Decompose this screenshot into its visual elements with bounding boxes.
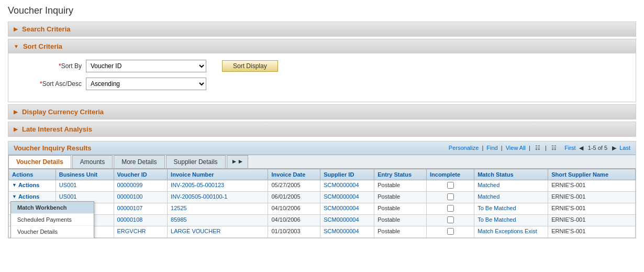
sort-criteria-body: *Sort By Voucher ID Business Unit Invoic… <box>8 53 636 102</box>
th-business-unit: Business Unit <box>55 169 114 180</box>
actions-arrow-icon: ▼ <box>12 194 17 199</box>
incomplete-checkbox[interactable] <box>447 228 454 235</box>
personalize-link[interactable]: Personalize <box>449 145 479 151</box>
sort-criteria-header[interactable]: ▼ Sort Criteria <box>8 39 636 53</box>
voucher-id-link[interactable]: ERGVCHR <box>117 228 146 234</box>
tab-supplier-details[interactable]: Supplier Details <box>166 155 226 168</box>
supplier-id-link[interactable]: SCM0000004 <box>324 205 359 211</box>
sort-by-select[interactable]: Voucher ID Business Unit Invoice Number … <box>86 60 206 72</box>
invoice-number-link[interactable]: 12525 <box>171 205 187 211</box>
invoice-date-cell: 05/27/2005 <box>268 180 320 192</box>
match-status-link[interactable]: To Be Matched <box>478 216 516 223</box>
invoice-date-cell: 04/10/2006 <box>268 215 320 226</box>
sort-asc-label: *Sort Asc/Desc <box>19 80 82 88</box>
results-nav: Personalize | Find | View All | ☷ | ☷ Fi… <box>449 145 630 151</box>
voucher-id-link[interactable]: 00000108 <box>117 216 143 223</box>
short-supplier-cell: ERNIE'S-001 <box>548 203 636 215</box>
incomplete-checkbox[interactable] <box>447 182 454 189</box>
match-status-link[interactable]: Matched <box>478 193 499 200</box>
th-short-supplier: Short Supplier Name <box>548 169 636 180</box>
short-supplier-cell: ERNIE'S-001 <box>548 215 636 226</box>
match-status-cell: Match Exceptions Exist <box>474 226 548 238</box>
table-row: ▼ ActionsUS001000001071252504/10/2006SCM… <box>9 203 636 215</box>
supplier-id-cell: SCM0000004 <box>320 180 374 192</box>
invoice-number-link[interactable]: 85985 <box>171 216 187 223</box>
match-status-cell: To Be Matched <box>474 215 548 226</box>
display-currency-label: Display Currency Criteria <box>22 108 104 116</box>
table-row: ▼ ActionsUS00100000099INV-2005-05-000123… <box>9 180 636 192</box>
tab-scroll-arrow[interactable]: ►► <box>227 155 249 168</box>
entry-status-cell: Postable <box>374 215 427 226</box>
supplier-id-link[interactable]: SCM0000004 <box>324 228 359 234</box>
short-supplier-cell: ERNIE'S-001 <box>548 180 636 192</box>
supplier-id-link[interactable]: SCM0000004 <box>324 182 359 188</box>
search-criteria-label: Search Criteria <box>22 25 71 33</box>
business-unit-link[interactable]: US001 <box>59 193 77 200</box>
voucher-id-cell: ERGVCHR <box>114 226 168 238</box>
invoice-date-cell: 06/01/2005 <box>268 192 320 203</box>
sort-asc-select[interactable]: Ascending Descending <box>86 78 206 90</box>
th-entry-status: Entry Status <box>374 169 427 180</box>
search-criteria-header[interactable]: ▶ Search Criteria <box>8 22 636 36</box>
voucher-id-link[interactable]: 00000099 <box>117 182 143 188</box>
voucher-id-cell: 00000107 <box>114 203 168 215</box>
voucher-id-cell: 00000108 <box>114 215 168 226</box>
actions-dropdown-trigger[interactable]: ▼ Actions <box>12 193 52 200</box>
match-status-link[interactable]: To Be Matched <box>478 205 516 211</box>
invoice-number-cell: INV-200505-000100-1 <box>168 192 268 203</box>
business-unit-link[interactable]: US001 <box>59 182 77 188</box>
tabs-row: Voucher Details Amounts More Details Sup… <box>8 155 636 169</box>
tab-more-details[interactable]: More Details <box>114 155 164 168</box>
actions-cell: ▼ Actions <box>9 180 56 192</box>
sort-asc-row: *Sort Asc/Desc Ascending Descending <box>19 78 625 90</box>
grid-icon[interactable]: ☷ <box>535 145 540 151</box>
view-all-link[interactable]: View All <box>506 145 526 151</box>
table-header-row: Actions Business Unit Voucher ID Invoice… <box>9 169 636 180</box>
results-header: Voucher Inquiry Results Personalize | Fi… <box>8 142 636 155</box>
incomplete-checkbox[interactable] <box>447 193 454 200</box>
invoice-number-link[interactable]: INV-200505-000100-1 <box>171 193 227 200</box>
sort-display-button[interactable]: Sort Display <box>222 60 278 72</box>
invoice-date-cell: 04/10/2006 <box>268 203 320 215</box>
invoice-number-link[interactable]: INV-2005-05-000123 <box>171 182 224 188</box>
dropdown-item-voucher-details[interactable]: Voucher Details <box>11 226 94 238</box>
chart-icon[interactable]: ☷ <box>551 145 557 151</box>
page-title: Voucher Inquiry <box>8 5 636 16</box>
table-row: ▼ ActionsUS001ERGVCHRLARGE VOUCHER01/10/… <box>9 226 636 238</box>
tab-voucher-details[interactable]: Voucher Details <box>8 155 71 168</box>
last-link[interactable]: Last <box>619 145 630 151</box>
incomplete-checkbox[interactable] <box>447 216 454 223</box>
th-match-status: Match Status <box>474 169 548 180</box>
dropdown-item-scheduled-payments[interactable]: Scheduled Payments <box>11 214 94 226</box>
sort-criteria-section: ▼ Sort Criteria *Sort By Voucher ID Busi… <box>8 39 636 102</box>
display-currency-section: ▶ Display Currency Criteria <box>8 104 636 119</box>
incomplete-checkbox[interactable] <box>447 205 454 212</box>
actions-dropdown: Match Workbench Scheduled Payments Vouch… <box>10 201 94 238</box>
search-criteria-arrow: ▶ <box>14 26 18 32</box>
voucher-id-link[interactable]: 00000107 <box>117 205 143 211</box>
match-status-link[interactable]: Matched <box>478 182 499 188</box>
display-currency-header[interactable]: ▶ Display Currency Criteria <box>8 105 636 119</box>
find-link[interactable]: Find <box>486 145 497 151</box>
short-supplier-cell: ERNIE'S-001 <box>548 226 636 238</box>
supplier-id-cell: SCM0000004 <box>320 192 374 203</box>
match-status-link[interactable]: Match Exceptions Exist <box>478 228 537 234</box>
voucher-id-cell: 00000100 <box>114 192 168 203</box>
tab-amounts[interactable]: Amounts <box>72 155 113 168</box>
late-interest-label: Late Interest Analysis <box>22 125 92 133</box>
supplier-id-link[interactable]: SCM0000004 <box>324 216 359 223</box>
voucher-table: Actions Business Unit Voucher ID Invoice… <box>8 169 636 238</box>
dropdown-item-match-workbench[interactable]: Match Workbench <box>11 202 94 214</box>
supplier-id-link[interactable]: SCM0000004 <box>324 193 359 200</box>
search-criteria-section: ▶ Search Criteria <box>8 21 636 37</box>
results-title: Voucher Inquiry Results <box>14 144 92 152</box>
invoice-number-link[interactable]: LARGE VOUCHER <box>171 228 220 234</box>
sort-criteria-arrow: ▼ <box>14 43 19 49</box>
late-interest-header[interactable]: ▶ Late Interest Analysis <box>8 122 636 136</box>
table-row: ▼ ActionsUS00100000100INV-200505-000100-… <box>9 192 636 203</box>
voucher-id-link[interactable]: 00000100 <box>117 193 143 200</box>
incomplete-cell <box>426 192 474 203</box>
actions-dropdown-trigger[interactable]: ▼ Actions <box>12 182 52 188</box>
invoice-number-cell: INV-2005-05-000123 <box>168 180 268 192</box>
first-link[interactable]: First <box>564 145 575 151</box>
